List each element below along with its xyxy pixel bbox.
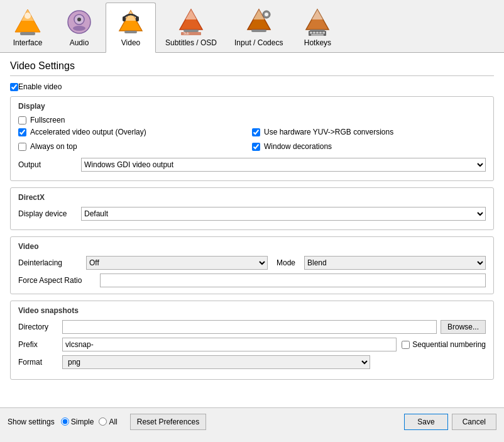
tab-bar: Interface Audio Video xyxy=(0,0,504,53)
deinterlacing-label: Deinterlacing xyxy=(18,258,81,267)
prefix-input[interactable] xyxy=(62,338,397,351)
radio-group: Simple All xyxy=(61,417,118,426)
tab-hotkeys[interactable]: Hotkeys xyxy=(292,3,342,52)
svg-rect-20 xyxy=(251,30,266,32)
video-section: Video Deinterlacing Off On Auto Mode Ble… xyxy=(10,236,494,294)
accelerated-row: Accelerated video output (Overlay) xyxy=(18,128,252,136)
force-aspect-input[interactable] xyxy=(100,273,486,287)
page-title: Video Settings xyxy=(10,60,494,76)
mode-label: Mode xyxy=(277,258,295,267)
svg-point-6 xyxy=(73,26,85,31)
tab-interface[interactable]: Interface xyxy=(3,3,53,52)
tab-hotkeys-label: Hotkeys xyxy=(304,38,331,47)
svg-point-3 xyxy=(25,13,31,19)
browse-button[interactable]: Browse... xyxy=(441,320,486,334)
enable-video-label: Enable video xyxy=(18,82,62,91)
simple-label: Simple xyxy=(71,417,94,426)
window-decorations-label: Window decorations xyxy=(264,142,332,151)
svg-point-22 xyxy=(265,13,268,16)
svg-point-7 xyxy=(77,18,81,21)
tab-subtitles-label: Subtitles / OSD xyxy=(165,38,217,47)
svg-rect-10 xyxy=(124,31,137,33)
svg-rect-29 xyxy=(316,32,319,34)
enable-video-row: Enable video xyxy=(10,82,494,91)
output-select[interactable]: Windows GDI video output OpenGL video ou… xyxy=(81,158,486,172)
display-section: Display Fullscreen Accelerated video out… xyxy=(10,96,494,181)
reset-button[interactable]: Reset Preferences xyxy=(130,414,206,430)
window-decorations-checkbox[interactable] xyxy=(252,143,260,151)
show-settings-group: Show settings Simple All xyxy=(8,417,118,426)
mode-select[interactable]: Blend Bob Linear Mean Discard xyxy=(304,256,486,270)
always-on-top-label: Always on top xyxy=(30,142,77,151)
svg-rect-31 xyxy=(322,32,325,34)
snapshots-title: Video snapshots xyxy=(18,306,486,315)
cancel-button[interactable]: Cancel xyxy=(452,414,496,430)
tab-input[interactable]: Input / Codecs xyxy=(226,3,291,52)
enable-video-checkbox[interactable] xyxy=(10,83,18,91)
directory-input[interactable] xyxy=(62,320,437,334)
svg-rect-11 xyxy=(123,16,126,21)
directory-row: Directory Browse... xyxy=(18,320,486,334)
simple-radio[interactable] xyxy=(61,417,69,426)
prefix-label: Prefix xyxy=(18,340,62,349)
deinterlace-row: Deinterlacing Off On Auto Mode Blend Bob… xyxy=(18,256,486,270)
use-hardware-row: Use hardware YUV->RGB conversions xyxy=(252,128,486,136)
video-icon xyxy=(116,7,146,37)
fullscreen-label: Fullscreen xyxy=(30,116,65,124)
sequential-checkbox[interactable] xyxy=(402,341,410,349)
svg-rect-27 xyxy=(310,32,312,34)
svg-rect-32 xyxy=(311,35,324,36)
svg-rect-28 xyxy=(313,32,315,34)
save-button[interactable]: Save xyxy=(404,414,447,430)
svg-marker-14 xyxy=(185,9,197,19)
svg-rect-30 xyxy=(319,32,322,34)
snapshots-section: Video snapshots Directory Browse... Pref… xyxy=(10,301,494,380)
simple-radio-item: Simple xyxy=(61,417,94,426)
tab-audio[interactable]: Audio xyxy=(54,3,104,52)
subtitles-icon: Sub xyxy=(176,7,206,37)
video-section-title: Video xyxy=(18,242,486,251)
all-radio-item: All xyxy=(99,417,117,426)
hotkeys-icon xyxy=(302,7,332,37)
tab-audio-label: Audio xyxy=(70,38,89,47)
interface-icon xyxy=(13,7,43,37)
sequential-label: Sequential numbering xyxy=(412,340,486,349)
all-label: All xyxy=(109,417,117,426)
format-label: Format xyxy=(18,358,62,367)
tab-video-label: Video xyxy=(121,38,140,47)
tab-input-label: Input / Codecs xyxy=(234,38,283,47)
directx-section: DirectX Display device Default xyxy=(10,187,494,230)
force-aspect-row: Force Aspect Ratio xyxy=(18,273,486,287)
display-device-select[interactable]: Default xyxy=(81,207,486,221)
use-hardware-label: Use hardware YUV->RGB conversions xyxy=(264,128,393,136)
use-hardware-checkbox[interactable] xyxy=(252,128,260,136)
display-title: Display xyxy=(18,102,486,111)
tab-interface-label: Interface xyxy=(13,38,43,47)
directx-title: DirectX xyxy=(18,193,486,202)
deinterlacing-select[interactable]: Off On Auto xyxy=(86,256,268,270)
sequential-numbering-row: Sequential numbering xyxy=(402,340,486,349)
output-row: Output Windows GDI video output OpenGL v… xyxy=(18,158,486,172)
main-content: Video Settings Enable video Display Full… xyxy=(0,53,504,407)
footer: Show settings Simple All Reset Preferenc… xyxy=(0,407,504,435)
display-device-label: Display device xyxy=(18,209,81,218)
window-decorations-row: Window decorations xyxy=(252,142,486,151)
output-label: Output xyxy=(18,160,81,169)
format-select[interactable]: png jpg tiff xyxy=(62,355,370,369)
display-device-row: Display device Default xyxy=(18,207,486,221)
accelerated-checkbox[interactable] xyxy=(18,128,26,136)
display-two-col: Accelerated video output (Overlay) Use h… xyxy=(18,128,486,154)
tab-video[interactable]: Video xyxy=(106,3,156,53)
tab-subtitles[interactable]: Sub Subtitles / OSD xyxy=(157,3,225,52)
fullscreen-checkbox[interactable] xyxy=(18,116,26,124)
always-on-top-checkbox[interactable] xyxy=(18,143,26,151)
audio-icon xyxy=(64,7,94,37)
all-radio[interactable] xyxy=(99,417,107,426)
directory-label: Directory xyxy=(18,323,62,331)
format-row: Format png jpg tiff xyxy=(18,355,486,369)
svg-rect-12 xyxy=(136,16,139,21)
svg-marker-24 xyxy=(312,9,323,19)
prefix-row: Prefix Sequential numbering xyxy=(18,338,486,351)
fullscreen-row: Fullscreen xyxy=(18,116,486,124)
show-settings-label: Show settings xyxy=(8,417,55,426)
